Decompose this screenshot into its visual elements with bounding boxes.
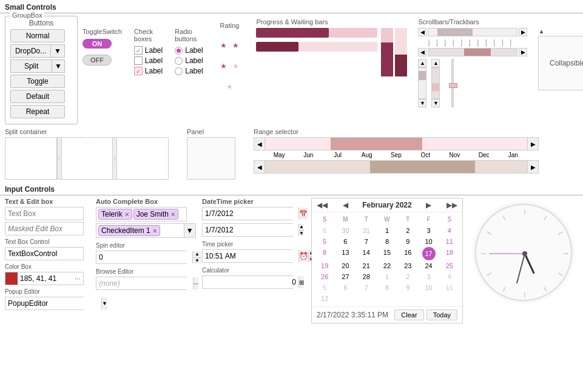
range-right-btn[interactable]: ▶ — [527, 138, 538, 150]
cal-day[interactable]: 4 — [439, 271, 460, 282]
checkbox-3[interactable] — [134, 67, 143, 75]
cal-day[interactable]: 20 — [335, 260, 356, 271]
cal-day[interactable]: 6 — [335, 282, 356, 293]
cal-day[interactable]: 8 — [377, 282, 397, 293]
star-2[interactable]: ★ — [232, 41, 239, 50]
cal-day[interactable]: 9 — [397, 282, 418, 293]
textbox-control-input[interactable] — [5, 247, 84, 260]
checkbox-1[interactable] — [134, 46, 143, 55]
cal-day[interactable]: 8 — [377, 236, 397, 247]
dropdown-button-arrow[interactable]: ▼ — [50, 44, 65, 58]
cal-day[interactable]: 31 — [356, 225, 377, 236]
autocomplete-box-1[interactable]: Telerik ✕ Joe Smith ✕ — [96, 207, 187, 221]
range-left-btn[interactable]: ◀ — [254, 138, 265, 150]
cal-day[interactable]: 14 — [356, 247, 377, 260]
radio-3[interactable] — [175, 67, 183, 75]
scrollbar-up-btn-2[interactable]: ▲ — [431, 59, 440, 67]
cal-day[interactable]: 2 — [397, 271, 418, 282]
cal-day[interactable]: 16 — [397, 247, 418, 260]
scrollbar-down-btn-2[interactable]: ▼ — [431, 99, 440, 107]
cal-next-next-btn[interactable]: ▶▶ — [445, 201, 459, 209]
star-5[interactable]: ★ — [226, 83, 233, 91]
dropdown-button-main[interactable]: DropDo... — [10, 44, 50, 58]
star-4[interactable]: ★ — [232, 62, 239, 70]
cal-day[interactable]: 10 — [418, 282, 439, 293]
cal-day[interactable]: 1 — [377, 271, 397, 282]
datetime-input-2[interactable] — [203, 224, 298, 236]
star-3[interactable]: ★ — [220, 62, 227, 70]
scrollbar-up-btn-1[interactable]: ▲ — [418, 59, 426, 67]
scrollbar-left-btn-2[interactable]: ◀ — [418, 48, 426, 56]
cal-day[interactable]: 13 — [335, 247, 356, 260]
split-handle-1[interactable]: ··· — [57, 138, 62, 179]
cal-day[interactable]: 8 — [314, 247, 335, 260]
toggle-button[interactable]: Toggle — [10, 75, 65, 88]
cal-day[interactable]: 28 — [356, 271, 377, 282]
cal-day[interactable]: 3 — [418, 225, 439, 236]
cal-day[interactable]: 6 — [335, 236, 356, 247]
cal-clear-btn[interactable]: Clear — [394, 309, 423, 320]
cal-day[interactable]: 19 — [314, 260, 335, 271]
toggle-off[interactable]: OFF — [83, 55, 112, 66]
cal-day[interactable]: 3 — [418, 271, 439, 282]
cal-day[interactable]: 2 — [397, 225, 418, 236]
default-button[interactable]: Default — [10, 90, 65, 103]
scrollbar-left-btn[interactable]: ◀ — [418, 28, 426, 36]
cal-day[interactable]: 9 — [397, 236, 418, 247]
popup-editor-input[interactable] — [5, 297, 101, 309]
star-1[interactable]: ★ — [220, 41, 227, 50]
split-handle-2[interactable]: ··· — [112, 138, 117, 179]
cal-day[interactable]: 5 — [314, 282, 335, 293]
cal-day[interactable]: 7 — [356, 236, 377, 247]
repeat-button[interactable]: Repeat — [10, 105, 65, 118]
cal-day[interactable]: 10 — [418, 236, 439, 247]
rating-stars[interactable]: ★ ★ ★ ★ ★ — [220, 32, 240, 93]
autocomplete-box-2[interactable]: CheckedItem 1 ✕ — [96, 223, 184, 238]
cal-day[interactable]: 11 — [439, 282, 460, 293]
scrollbar-h-track-1[interactable] — [428, 28, 517, 36]
scrollbar-right-btn[interactable]: ▶ — [519, 28, 527, 36]
range-track-top[interactable] — [265, 138, 527, 150]
spin-down[interactable]: ▼ — [193, 258, 201, 264]
browse-editor-btn[interactable]: ··· — [193, 277, 198, 289]
ac-remove-checkeditem[interactable]: ✕ — [152, 228, 157, 234]
cal-day[interactable]: 11 — [439, 236, 460, 247]
radio-2[interactable] — [175, 57, 183, 65]
cal-day[interactable]: 25 — [439, 260, 460, 271]
cal-day[interactable]: 22 — [377, 260, 397, 271]
cal-prev-prev-btn[interactable]: ◀◀ — [315, 201, 329, 209]
calc-btn[interactable]: ⊞ — [298, 276, 304, 288]
cal-day[interactable]: 23 — [397, 260, 418, 271]
scrollbar-down-btn-1[interactable]: ▼ — [418, 99, 426, 107]
browse-editor-input[interactable] — [96, 277, 193, 289]
ac-remove-joesmith[interactable]: ✕ — [170, 211, 175, 218]
color-swatch[interactable] — [5, 272, 18, 285]
checkbox-2[interactable] — [134, 56, 143, 65]
split-button-arrow[interactable]: ▼ — [52, 59, 65, 73]
trackbar-v-track[interactable] — [451, 59, 454, 107]
cal-day[interactable]: 1 — [377, 225, 397, 236]
cal-day-today[interactable]: 17 — [422, 247, 436, 260]
cal-day[interactable]: 6 — [314, 225, 335, 236]
collapse-toggle[interactable]: ▲ — [538, 28, 583, 35]
scrollbar-v-track-1[interactable] — [418, 67, 426, 99]
time-input[interactable] — [203, 250, 298, 262]
cal-day[interactable]: 27 — [335, 271, 356, 282]
ac-remove-telerik[interactable]: ✕ — [124, 211, 129, 218]
time-clock-btn[interactable]: ⏰ — [298, 250, 308, 262]
split-button-main[interactable]: Split — [10, 59, 52, 73]
datetime-calendar-btn-1[interactable]: 📅 — [298, 208, 308, 220]
cal-day[interactable]: 15 — [377, 247, 397, 260]
range-track-bottom[interactable] — [265, 161, 527, 173]
toggle-on[interactable]: ON — [83, 39, 112, 49]
cal-day[interactable]: 5 — [314, 236, 335, 247]
cal-day[interactable]: 26 — [314, 271, 335, 282]
normal-button[interactable]: Normal — [10, 29, 65, 42]
cal-day[interactable]: 7 — [356, 282, 377, 293]
cal-prev-btn[interactable]: ◀ — [342, 201, 349, 209]
scrollbar-right-btn-2[interactable]: ▶ — [519, 48, 527, 56]
cal-day[interactable]: 4 — [439, 225, 460, 236]
cal-next-btn[interactable]: ▶ — [425, 201, 433, 209]
color-dots[interactable]: ··· — [72, 274, 83, 283]
text-box-input[interactable] — [5, 207, 84, 220]
